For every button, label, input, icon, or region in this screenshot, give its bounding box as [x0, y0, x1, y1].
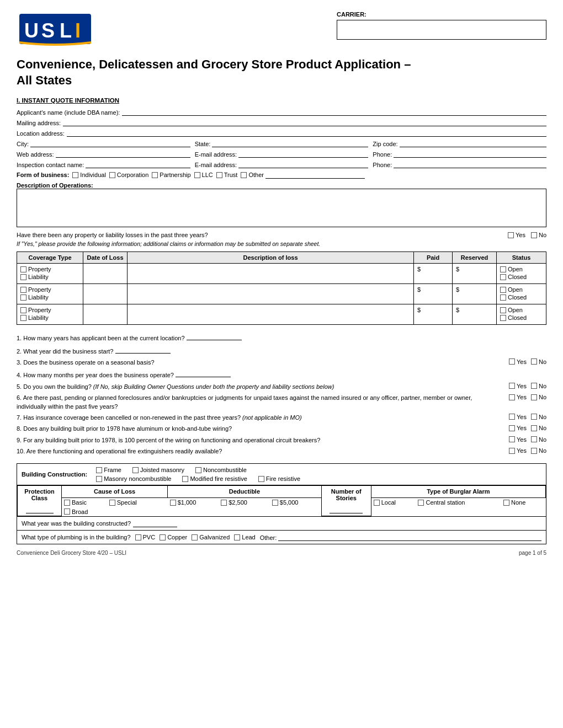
fire-resistive-checkbox[interactable]	[258, 476, 264, 482]
yes-checkbox-q7[interactable]	[509, 414, 515, 420]
deductible-5000-checkbox[interactable]	[272, 500, 278, 506]
reserved-cell[interactable]: $	[453, 284, 497, 304]
frame-checkbox[interactable]	[96, 467, 102, 473]
coverage-liability-checkbox-row0[interactable]	[20, 274, 26, 280]
year-constructed-field[interactable]	[133, 520, 177, 527]
paid-cell[interactable]: $	[414, 284, 453, 304]
question-text: 9. For any building built prior to 1978,…	[17, 436, 500, 445]
special-checkbox[interactable]	[109, 500, 115, 506]
plumbing-other-field[interactable]	[278, 533, 541, 541]
date-of-loss-cell[interactable]	[83, 284, 128, 304]
noncombustible-checkbox[interactable]	[195, 467, 201, 473]
coverage-property-checkbox-row0[interactable]	[20, 266, 26, 272]
status-closed-checkbox-row2[interactable]	[500, 315, 506, 321]
no-checkbox-q7[interactable]	[531, 414, 537, 420]
no-checkbox-q10[interactable]	[531, 448, 537, 454]
phone2-field[interactable]	[394, 160, 546, 168]
status-open-checkbox-row1[interactable]	[500, 287, 506, 293]
paid-cell[interactable]: $	[414, 304, 453, 325]
status-label: Open	[508, 266, 523, 272]
local-alarm-checkbox[interactable]	[374, 500, 380, 506]
question-row-10: 10. Are there functioning and operationa…	[17, 447, 546, 456]
status-closed-checkbox-row0[interactable]	[500, 274, 506, 280]
year-constructed-row: What year was the building constructed?	[17, 516, 546, 530]
no-checkbox-q5[interactable]	[531, 383, 537, 389]
web-label: Web address:	[17, 151, 54, 158]
yes-checkbox-q3[interactable]	[509, 358, 515, 365]
coverage-liability-checkbox-row2[interactable]	[20, 315, 26, 321]
reserved-cell[interactable]: $	[453, 304, 497, 325]
building-construction-row: Building Construction: Frame Joisted mas…	[17, 464, 546, 485]
basic-checkbox[interactable]	[64, 500, 70, 506]
lead-checkbox[interactable]	[234, 534, 240, 540]
masonry-noncombustible-checkbox[interactable]	[96, 476, 102, 482]
city-label: City:	[17, 141, 29, 147]
status-closed-checkbox-row1[interactable]	[500, 295, 506, 301]
carrier-input[interactable]	[337, 20, 546, 40]
date-of-loss-cell[interactable]	[83, 264, 128, 284]
no-checkbox-q6[interactable]	[531, 394, 537, 400]
no-checkbox-q9[interactable]	[531, 436, 537, 442]
losses-no-checkbox[interactable]	[531, 232, 537, 238]
desc-ops-textarea[interactable]	[17, 189, 546, 227]
yes-checkbox-q5[interactable]	[509, 383, 515, 389]
other-checkbox[interactable]	[241, 172, 247, 178]
none-alarm-checkbox[interactable]	[503, 500, 509, 506]
description-cell[interactable]	[128, 264, 414, 284]
galvanized-checkbox[interactable]	[192, 534, 198, 540]
description-cell[interactable]	[128, 284, 414, 304]
copper-checkbox[interactable]	[160, 534, 166, 540]
corporation-checkbox[interactable]	[109, 172, 115, 178]
no-checkbox-q3[interactable]	[531, 358, 537, 365]
lead-checkbox-item: Lead	[234, 534, 255, 540]
individual-checkbox[interactable]	[72, 172, 78, 178]
modified-fire-resistive-checkbox[interactable]	[182, 476, 188, 482]
yes-checkbox-q8[interactable]	[509, 425, 515, 431]
web-field[interactable]	[56, 150, 190, 158]
partnership-label: Partnership	[160, 172, 190, 178]
protection-class-field[interactable]	[26, 506, 54, 513]
inspection-field[interactable]	[86, 160, 190, 168]
mailing-address-field[interactable]	[63, 119, 546, 126]
other-field[interactable]	[265, 171, 365, 179]
date-of-loss-cell[interactable]	[83, 304, 128, 325]
question-field[interactable]	[176, 370, 231, 377]
status-open-checkbox-row2[interactable]	[500, 307, 506, 313]
partnership-checkbox[interactable]	[152, 172, 158, 178]
deductible-2500-checkbox[interactable]	[221, 500, 227, 506]
individual-label: Individual	[80, 172, 105, 178]
number-of-stories-field[interactable]	[330, 506, 363, 513]
no-checkbox-item-5: No	[531, 394, 546, 400]
yes-checkbox-q10[interactable]	[509, 448, 515, 454]
joisted-masonry-checkbox[interactable]	[132, 467, 139, 473]
broad-checkbox[interactable]	[64, 508, 70, 515]
llc-checkbox[interactable]	[194, 172, 200, 178]
state-field[interactable]	[212, 140, 368, 147]
yes-checkbox-q9[interactable]	[509, 436, 515, 442]
coverage-property-checkbox-row1[interactable]	[20, 287, 26, 293]
no-checkbox-q8[interactable]	[531, 425, 537, 431]
deductible-1000-checkbox[interactable]	[170, 500, 176, 506]
coverage-liability-checkbox-row1[interactable]	[20, 295, 26, 301]
location-address-field[interactable]	[67, 129, 546, 137]
coverage-property-checkbox-row2[interactable]	[20, 307, 26, 313]
trust-checkbox[interactable]	[216, 172, 222, 178]
paid-cell[interactable]: $	[414, 264, 453, 284]
description-cell[interactable]	[128, 304, 414, 325]
question-text: 7. Has insurance coverage been cancelled…	[17, 414, 500, 422]
reserved-cell[interactable]: $	[453, 264, 497, 284]
status-open-checkbox-row0[interactable]	[500, 266, 506, 272]
email2-field[interactable]	[238, 160, 368, 168]
carrier-section: CARRIER:	[337, 11, 546, 40]
question-field[interactable]	[187, 333, 242, 340]
pvc-checkbox[interactable]	[135, 534, 141, 540]
losses-yes-checkbox[interactable]	[508, 232, 514, 238]
email-field[interactable]	[238, 150, 368, 158]
zip-field[interactable]	[400, 140, 546, 147]
city-field[interactable]	[30, 140, 190, 147]
question-field[interactable]	[115, 346, 171, 354]
central-station-checkbox[interactable]	[418, 500, 424, 506]
applicant-name-field[interactable]	[122, 108, 546, 116]
phone-field[interactable]	[394, 150, 546, 158]
yes-checkbox-q6[interactable]	[509, 394, 515, 400]
